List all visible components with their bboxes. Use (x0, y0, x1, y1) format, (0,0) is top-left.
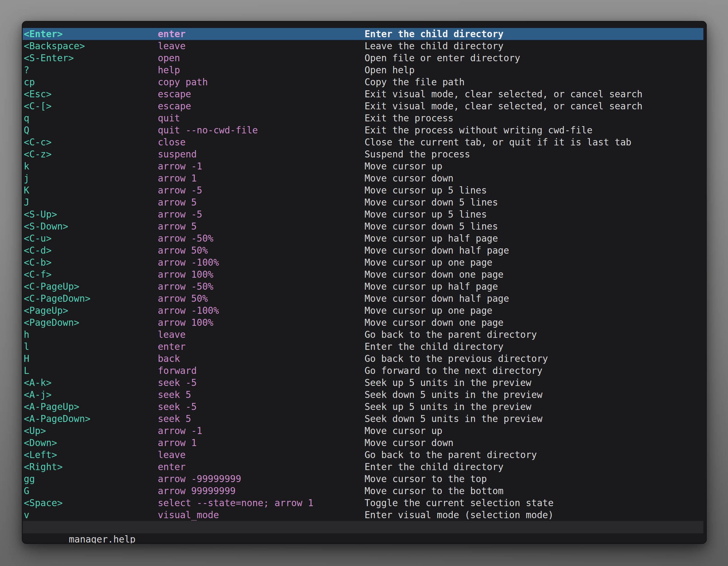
description-cell: Move cursor up 5 lines (365, 208, 703, 220)
key-cell: Q (24, 124, 158, 136)
help-row[interactable]: q quit Exit the process (23, 112, 703, 124)
description-cell: Enter the child directory (365, 461, 703, 473)
help-row[interactable]: gg arrow -99999999 Move cursor to the to… (23, 473, 703, 485)
key-cell: q (24, 112, 158, 124)
command-cell: forward (158, 365, 365, 377)
help-row[interactable]: v visual_mode Enter visual mode (selecti… (23, 509, 703, 521)
help-row[interactable]: <S-Up> arrow -5 Move cursor up 5 lines (23, 208, 703, 220)
key-cell: <S-Up> (24, 208, 158, 220)
help-row[interactable]: <Space> select --state=none; arrow 1 Tog… (23, 497, 703, 509)
help-row[interactable]: <S-Enter> open Open file or enter direct… (23, 52, 703, 64)
description-cell: Move cursor down half page (365, 292, 703, 304)
help-row[interactable]: <C-d> arrow 50% Move cursor down half pa… (23, 245, 703, 257)
command-cell: leave (158, 449, 365, 461)
help-row[interactable]: <A-j> seek 5 Seek down 5 units in the pr… (23, 389, 703, 401)
description-cell: Move cursor to the bottom (365, 485, 703, 497)
description-cell: Move cursor down 5 lines (365, 220, 703, 233)
help-row[interactable]: H back Go back to the previous directory (23, 353, 703, 365)
command-cell: close (158, 136, 365, 148)
help-row[interactable]: <Left> leave Go back to the parent direc… (23, 449, 703, 461)
help-row[interactable]: <A-PageDown> seek 5 Seek down 5 units in… (23, 413, 703, 425)
description-cell: Move cursor up half page (365, 281, 703, 292)
command-cell: arrow -1 (158, 160, 365, 172)
help-row[interactable]: J arrow 5 Move cursor down 5 lines (23, 196, 703, 208)
help-row[interactable]: cp copy path Copy the file path (23, 76, 703, 88)
description-cell: Move cursor down 5 lines (365, 196, 703, 208)
command-cell: arrow 5 (158, 196, 365, 208)
help-row[interactable]: Q quit --no-cwd-file Exit the process wi… (23, 124, 703, 136)
help-pane: <Enter> enter Enter the child directory … (23, 28, 703, 543)
key-cell: <Up> (24, 425, 158, 437)
help-row[interactable]: k arrow -1 Move cursor up (23, 160, 703, 172)
description-cell: Move cursor up one page (365, 257, 703, 269)
command-cell: arrow -1 (158, 425, 365, 437)
key-cell: j (24, 172, 158, 184)
description-cell: Move cursor down (365, 172, 703, 184)
help-row[interactable]: K arrow -5 Move cursor up 5 lines (23, 184, 703, 196)
help-row[interactable]: <C-[> escape Exit visual mode, clear sel… (23, 100, 703, 112)
command-cell: arrow 1 (158, 172, 365, 184)
key-cell: L (24, 365, 158, 377)
key-cell: <C-PageDown> (24, 292, 158, 304)
key-cell: K (24, 184, 158, 196)
key-cell: <S-Down> (24, 220, 158, 233)
command-cell: leave (158, 328, 365, 340)
description-cell: Go back to the previous directory (365, 353, 703, 365)
help-row[interactable]: <Up> arrow -1 Move cursor up (23, 425, 703, 437)
key-cell: <PageUp> (24, 304, 158, 316)
description-cell: Seek up 5 units in the preview (365, 401, 703, 413)
help-row[interactable]: h leave Go back to the parent directory (23, 328, 703, 340)
command-cell: enter (158, 28, 365, 40)
key-cell: <Backspace> (24, 40, 158, 52)
help-row[interactable]: <A-k> seek -5 Seek up 5 units in the pre… (23, 377, 703, 389)
command-cell: arrow 50% (158, 292, 365, 304)
help-row[interactable]: <C-f> arrow 100% Move cursor down one pa… (23, 269, 703, 281)
key-cell: <C-c> (24, 136, 158, 148)
help-row[interactable]: <PageDown> arrow 100% Move cursor down o… (23, 316, 703, 328)
help-row[interactable]: <A-PageUp> seek -5 Seek up 5 units in th… (23, 401, 703, 413)
help-row[interactable]: <C-PageDown> arrow 50% Move cursor down … (23, 292, 703, 304)
description-cell: Seek down 5 units in the preview (365, 413, 703, 425)
key-cell: H (24, 353, 158, 365)
key-cell: <A-PageDown> (24, 413, 158, 425)
help-row[interactable]: l enter Enter the child directory (23, 340, 703, 353)
help-row[interactable]: L forward Go forward to the next directo… (23, 365, 703, 377)
help-row[interactable]: <C-u> arrow -50% Move cursor up half pag… (23, 233, 703, 245)
description-cell: Move cursor up (365, 425, 703, 437)
command-cell: quit --no-cwd-file (158, 124, 365, 136)
help-row[interactable]: <Backspace> leave Leave the child direct… (23, 40, 703, 52)
command-cell: arrow 99999999 (158, 485, 365, 497)
help-row[interactable]: <Down> arrow 1 Move cursor down (23, 437, 703, 449)
help-row[interactable]: j arrow 1 Move cursor down (23, 172, 703, 184)
description-cell: Enter visual mode (selection mode) (365, 509, 703, 521)
help-row[interactable]: <PageUp> arrow -100% Move cursor up one … (23, 304, 703, 316)
help-row[interactable]: <C-b> arrow -100% Move cursor up one pag… (23, 257, 703, 269)
key-cell: <S-Enter> (24, 52, 158, 64)
help-row[interactable]: <Esc> escape Exit visual mode, clear sel… (23, 88, 703, 100)
description-cell: Enter the child directory (365, 28, 703, 40)
desktop-background: <Enter> enter Enter the child directory … (0, 0, 728, 566)
help-row[interactable]: <S-Down> arrow 5 Move cursor down 5 line… (23, 220, 703, 233)
help-row[interactable]: <C-c> close Close the current tab, or qu… (23, 136, 703, 148)
description-cell: Open file or enter directory (365, 52, 703, 64)
command-cell: quit (158, 112, 365, 124)
command-cell: seek -5 (158, 377, 365, 389)
description-cell: Close the current tab, or quit if it is … (365, 136, 703, 148)
help-row[interactable]: ? help Open help (23, 64, 703, 76)
description-cell: Move cursor up one page (365, 304, 703, 316)
key-cell: <C-[> (24, 100, 158, 112)
help-row[interactable]: G arrow 99999999 Move cursor to the bott… (23, 485, 703, 497)
help-row[interactable]: <C-PageUp> arrow -50% Move cursor up hal… (23, 281, 703, 292)
key-cell: <Right> (24, 461, 158, 473)
help-row[interactable]: <Enter> enter Enter the child directory (23, 28, 703, 40)
help-row[interactable]: <Right> enter Enter the child directory (23, 461, 703, 473)
command-cell: escape (158, 100, 365, 112)
help-row[interactable]: <C-z> suspend Suspend the process (23, 148, 703, 160)
key-cell: <A-j> (24, 389, 158, 401)
command-cell: enter (158, 340, 365, 353)
status-bar: manager.help (23, 521, 703, 533)
help-table: <Enter> enter Enter the child directory … (23, 28, 703, 521)
key-cell: <C-PageUp> (24, 281, 158, 292)
key-cell: <C-u> (24, 233, 158, 245)
description-cell: Exit visual mode, clear selected, or can… (365, 100, 703, 112)
